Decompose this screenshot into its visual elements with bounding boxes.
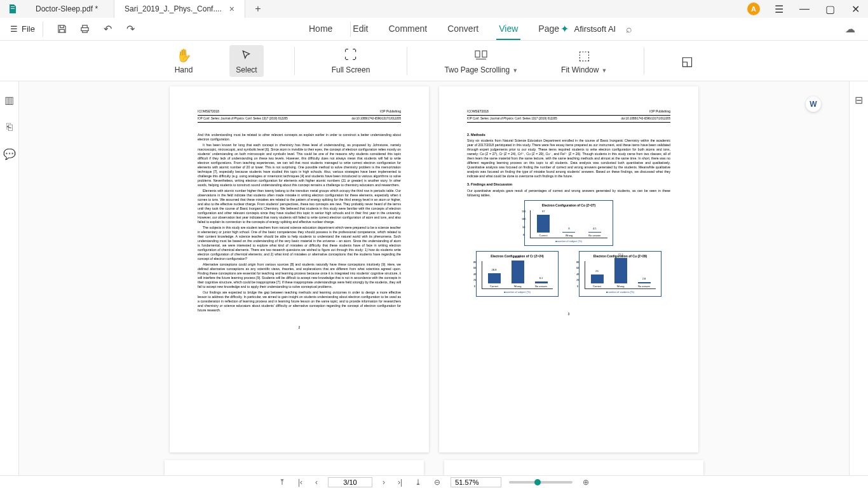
zoom-input[interactable] — [451, 477, 501, 487]
tab-sari-2019[interactable]: Sari_2019_J._Phys._Conf....× — [114, 0, 245, 18]
divider — [43, 22, 43, 37]
statusbar: ⤒ |‹ ‹ › ›| ⤓ ⊖ ⊕ — [0, 475, 868, 488]
menu-icon[interactable]: ☰ — [766, 0, 792, 18]
divider — [407, 47, 407, 75]
export-word-button[interactable]: W — [806, 97, 821, 112]
tab-doctor-sleep[interactable]: Doctor-Sleep.pdf * — [25, 0, 114, 18]
maximize-button[interactable]: ▢ — [817, 0, 843, 18]
workspace: ▥ ⎗ 💬 ICOMSET2018IOP Publishing IOP Conf… — [0, 81, 868, 475]
pdf-page-5-peek — [444, 460, 703, 475]
cursor-icon — [241, 48, 252, 63]
two-page-icon — [475, 48, 487, 63]
menubar: ☰File ↶ ↷ Home Edit Comment Convert View… — [0, 18, 868, 41]
cloud-icon[interactable]: ☁ — [845, 23, 855, 35]
sparkle-icon: ✦ — [560, 23, 569, 35]
bookmarks-icon[interactable]: ⎗ — [6, 121, 13, 133]
tab-title: Sari_2019_J._Phys._Conf.... — [125, 4, 222, 13]
tab-comment[interactable]: Comment — [386, 18, 430, 40]
crop-icon: ◱ — [681, 53, 693, 69]
close-button[interactable]: ✕ — [843, 0, 868, 18]
divider — [644, 47, 644, 75]
view-toolbar: ✋ Hand Select ⛶ Full Screen Two Page Scr… — [0, 41, 868, 81]
thumbnails-icon[interactable]: ▥ — [4, 94, 14, 106]
fullscreen-tool[interactable]: ⛶ Full Screen — [325, 45, 377, 77]
titlebar: Doctor-Sleep.pdf * Sari_2019_J._Phys._Co… — [0, 0, 868, 18]
divider — [294, 47, 295, 75]
undo-icon[interactable]: ↶ — [97, 20, 119, 38]
minimize-button[interactable]: — — [792, 0, 817, 18]
tab-page[interactable]: Page — [536, 18, 562, 40]
fit-window-tool[interactable]: ⬚ Fit Window▼ — [555, 45, 613, 77]
tab-home[interactable]: Home — [306, 18, 335, 40]
tab-edit[interactable]: Edit — [350, 18, 370, 40]
tool-label: Select — [236, 65, 257, 74]
slider-thumb[interactable] — [534, 479, 541, 485]
print-icon[interactable] — [74, 20, 97, 38]
tool-label: Hand — [175, 65, 193, 74]
search-icon[interactable]: ⌕ — [626, 24, 632, 35]
next-page-icon[interactable]: › — [380, 478, 388, 487]
select-tool[interactable]: Select — [229, 45, 263, 77]
chart-co: Electron Configuration of Co (Z=27) 1501… — [524, 200, 613, 246]
app-logo — [0, 0, 25, 18]
quick-access: ↶ ↷ — [51, 20, 142, 38]
svg-rect-1 — [482, 51, 487, 57]
redo-icon[interactable]: ↷ — [119, 20, 142, 38]
pdf-page-3: ICOMSET2018IOP Publishing IOP Conf. Seri… — [439, 86, 698, 452]
file-menu[interactable]: ☰File — [5, 24, 40, 34]
first-page-icon[interactable]: |‹ — [295, 478, 305, 487]
chart-cu: Electron Configuration of Cu (Z=29) 8060… — [579, 251, 661, 297]
tool-label: Two Page Scrolling▼ — [444, 65, 518, 74]
right-sidebar: ⊟ — [849, 81, 868, 475]
document-tabs: Doctor-Sleep.pdf * Sari_2019_J._Phys._Co… — [25, 0, 741, 18]
fullscreen-icon: ⛶ — [344, 48, 357, 63]
tab-view[interactable]: View — [496, 18, 520, 40]
zoom-in-icon[interactable]: ⊕ — [580, 478, 592, 487]
tab-title: Doctor-Sleep.pdf * — [36, 4, 98, 13]
tab-convert[interactable]: Convert — [445, 18, 481, 40]
file-label: File — [22, 24, 35, 34]
svg-rect-0 — [475, 51, 480, 57]
properties-icon[interactable]: ⊟ — [855, 94, 863, 106]
hand-icon: ✋ — [176, 48, 192, 63]
user-avatar[interactable]: A — [741, 0, 766, 18]
chart-cr: Electron Configuration of Cr (Z=24) 8060… — [476, 251, 559, 297]
ribbon-tabs: Home Edit Comment Convert View Page — [306, 18, 562, 40]
tool-label: Fit Window▼ — [561, 65, 607, 74]
crop-tool[interactable]: ◱ — [675, 51, 700, 71]
zoom-out-icon[interactable]: ⊖ — [431, 478, 443, 487]
hand-tool[interactable]: ✋ Hand — [168, 45, 200, 77]
zoom-slider[interactable] — [509, 481, 573, 484]
left-sidebar: ▥ ⎗ 💬 — [0, 81, 19, 475]
two-page-tool[interactable]: Two Page Scrolling▼ — [438, 45, 524, 77]
chevron-down-icon: ▼ — [601, 67, 607, 74]
pdf-page-4-peek — [165, 460, 424, 475]
window-controls: A ☰ — ▢ ✕ — [741, 0, 868, 18]
last-page-icon[interactable]: ›| — [395, 478, 405, 487]
ai-label: Afirstsoft AI — [574, 24, 616, 34]
fit-window-icon: ⬚ — [578, 48, 590, 63]
tab-close-icon[interactable]: × — [229, 4, 234, 14]
scroll-top-icon[interactable]: ⤒ — [276, 478, 288, 487]
pdf-page-2: ICOMSET2018IOP Publishing IOP Conf. Seri… — [170, 86, 429, 452]
prev-page-icon[interactable]: ‹ — [313, 478, 320, 487]
avatar-letter: A — [747, 3, 760, 15]
ai-section[interactable]: ✦ Afirstsoft AI ⌕ — [560, 23, 637, 35]
save-icon[interactable] — [51, 20, 74, 38]
document-canvas[interactable]: ICOMSET2018IOP Publishing IOP Conf. Seri… — [19, 81, 849, 475]
page-input[interactable] — [328, 477, 372, 487]
chevron-down-icon: ▼ — [512, 67, 518, 74]
hamburger-icon: ☰ — [10, 24, 18, 34]
scroll-bottom-icon[interactable]: ⤓ — [412, 478, 424, 487]
tool-label: Full Screen — [332, 65, 370, 74]
new-tab-button[interactable]: + — [245, 0, 271, 18]
comments-icon[interactable]: 💬 — [3, 148, 16, 160]
